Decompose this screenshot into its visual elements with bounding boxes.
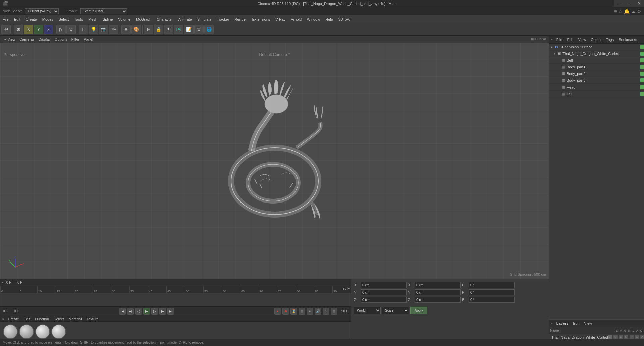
obj-item-subdivsurface[interactable]: ▸ ⊡ Subdivision Surface ✕ ● <box>549 44 644 50</box>
p-input[interactable] <box>469 289 515 295</box>
render-button[interactable]: ▷ <box>56 25 66 34</box>
mode-y[interactable]: Y <box>34 25 43 34</box>
menu-help[interactable]: Help <box>323 15 336 23</box>
obj-menu-icon[interactable]: ≡ <box>551 38 553 41</box>
h-input[interactable] <box>469 282 515 288</box>
obj-item-body2[interactable]: ▦ Body_part2 ✕ ● <box>549 70 644 77</box>
obj-item-body3[interactable]: ▦ Body_part3 ✕ ● <box>549 77 644 84</box>
obj-item-body1[interactable]: ▦ Body_part1 ✕ ● <box>549 64 644 70</box>
obj-vis-body3[interactable] <box>640 78 644 82</box>
menu-simulate[interactable]: Simulate <box>195 15 214 23</box>
obj-item-tail[interactable]: ▦ Tail ✕ ● <box>549 91 644 97</box>
obj-menu-edit[interactable]: Edit <box>566 38 575 42</box>
layers-menu-edit[interactable]: Edit <box>572 321 580 325</box>
z-pos-input[interactable] <box>361 297 407 303</box>
obj-vis-head[interactable] <box>640 85 644 89</box>
menu-animate[interactable]: Animate <box>175 15 194 23</box>
menu-render[interactable]: Render <box>232 15 249 23</box>
menu-extensions[interactable]: Extensions <box>249 15 273 23</box>
menu-3dtoall[interactable]: 3DToAll <box>336 15 354 23</box>
prev-frame-button[interactable]: ◀ <box>127 308 134 315</box>
record-button[interactable]: ● <box>274 308 281 315</box>
cube-tool[interactable]: □ <box>79 25 88 34</box>
b-input[interactable] <box>469 297 515 303</box>
loop-button[interactable]: ↩ <box>307 308 313 315</box>
texture-tool[interactable]: 🎨 <box>131 25 141 34</box>
grid-tool[interactable]: ⊞ <box>144 25 153 34</box>
layers-menu-icon[interactable]: ≡ <box>551 322 553 325</box>
spline-tool[interactable]: 〜 <box>109 25 118 34</box>
menu-mograph[interactable]: MoGraph <box>133 15 154 23</box>
mat-menu-icon[interactable]: ≡ <box>2 317 4 321</box>
web-tool[interactable]: 🌐 <box>204 25 214 34</box>
next-frame-button[interactable]: ▶ <box>159 308 166 315</box>
obj-vis-0[interactable] <box>640 45 644 49</box>
menu-mesh[interactable]: Mesh <box>86 15 100 23</box>
timeline-tracks[interactable] <box>0 293 351 306</box>
menu-modes[interactable]: Modes <box>40 15 56 23</box>
obj-vis-tail[interactable] <box>640 92 644 96</box>
vp-menu-options[interactable]: Options <box>53 37 69 41</box>
render-settings[interactable]: ⚙ <box>66 25 76 34</box>
icons-bar[interactable]: ≡ ☆ 🔔 ☁ ⚙ <box>614 9 641 14</box>
vp-menu-panel[interactable]: Panel <box>82 37 94 41</box>
expand-icon-0[interactable]: ▸ <box>550 45 554 49</box>
menu-spline[interactable]: Spline <box>100 15 116 23</box>
mat-menu-select[interactable]: Select <box>53 317 65 321</box>
script-tool[interactable]: 📝 <box>184 25 194 34</box>
snap-tool[interactable]: 🔒 <box>154 25 163 34</box>
z-scale-input[interactable] <box>415 297 461 303</box>
menu-create[interactable]: Create <box>23 15 40 23</box>
mode-z[interactable]: Z <box>44 25 53 34</box>
undo-button[interactable]: ↩ <box>1 25 11 34</box>
next-key-button[interactable]: ▷ <box>151 308 158 315</box>
obj-menu-tags[interactable]: Tags <box>605 38 615 42</box>
menu-window[interactable]: Window <box>304 15 323 23</box>
view-tool[interactable]: 👁 <box>164 25 173 34</box>
menu-volume[interactable]: Volume <box>116 15 133 23</box>
menu-arnold[interactable]: Arnold <box>288 15 304 23</box>
keyframe-button[interactable]: ⌛ <box>290 308 297 315</box>
menu-edit[interactable]: Edit <box>11 15 23 23</box>
obj-menu-object[interactable]: Object <box>590 38 602 42</box>
x-scale-input[interactable] <box>415 282 461 288</box>
timeline-end-2[interactable]: ⊞ <box>331 308 337 315</box>
vp-menu-cameras[interactable]: Cameras <box>18 37 36 41</box>
light-tool[interactable]: 💡 <box>89 25 98 34</box>
expand-icon-1[interactable]: ▸ <box>553 52 557 56</box>
obj-vis-belt[interactable] <box>640 58 644 62</box>
world-dropdown[interactable]: World <box>354 307 381 314</box>
mat-menu-edit[interactable]: Edit <box>23 317 31 321</box>
menu-file[interactable]: File <box>0 15 11 23</box>
menu-vray[interactable]: V-Ray <box>273 15 288 23</box>
timeline-menu-icon[interactable]: ≡ <box>2 281 4 284</box>
go-start-button[interactable]: |◀ <box>119 308 126 315</box>
layout-select[interactable]: Startup (User) <box>80 8 127 14</box>
menu-character[interactable]: Character <box>154 15 175 23</box>
py-tool[interactable]: Py <box>174 25 183 34</box>
close-button[interactable]: ✕ <box>634 0 644 7</box>
move-tool[interactable]: ⊕ <box>14 25 23 34</box>
y-pos-input[interactable] <box>361 289 407 295</box>
maximize-button[interactable]: □ <box>624 0 634 7</box>
timeline-end-1[interactable]: ▷ <box>323 308 329 315</box>
obj-item-head[interactable]: ▦ Head ✕ ● <box>549 84 644 91</box>
vp-menu-view[interactable]: ≡ View <box>3 37 17 41</box>
prev-key-button[interactable]: ◁ <box>135 308 142 315</box>
node-space-select[interactable]: Current (V-Ray) <box>25 8 59 14</box>
obj-vis-1[interactable] <box>640 52 644 56</box>
settings-tool[interactable]: ⚙ <box>194 25 204 34</box>
obj-menu-view[interactable]: View <box>577 38 587 42</box>
obj-menu-file[interactable]: File <box>555 38 564 42</box>
layers-menu-view[interactable]: View <box>583 321 593 325</box>
vp-menu-filter[interactable]: Filter <box>70 37 81 41</box>
obj-vis-body2[interactable] <box>640 72 644 76</box>
obj-item-dragon[interactable]: ▸ ▣ Thai_Naga_Dragon_White_Curled ✕ ● <box>549 50 644 57</box>
menu-tools[interactable]: Tools <box>71 15 86 23</box>
motion-path[interactable]: ⊞ <box>299 308 305 315</box>
y-scale-input[interactable] <box>415 289 461 295</box>
mat-menu-function[interactable]: Function <box>34 317 50 321</box>
mode-x[interactable]: X <box>24 25 33 34</box>
apply-button[interactable]: Apply <box>410 307 427 314</box>
obj-menu-bookmarks[interactable]: Bookmarks <box>618 38 638 42</box>
